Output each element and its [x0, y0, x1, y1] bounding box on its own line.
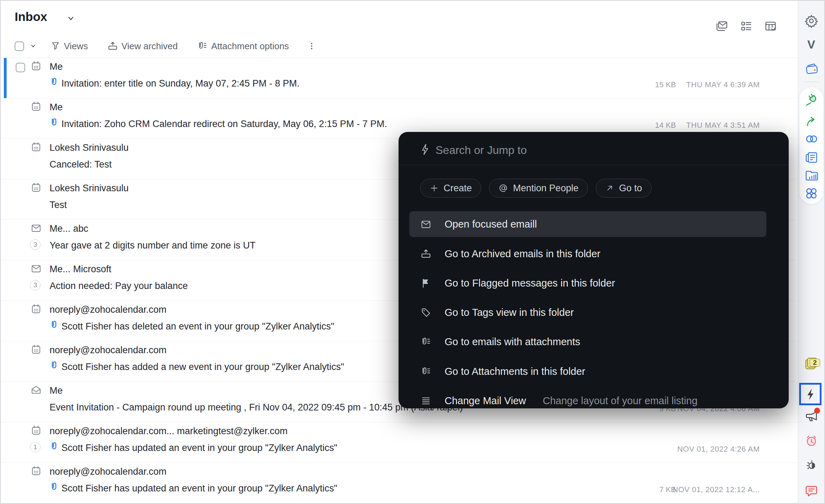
pill-label: Mention People — [513, 183, 579, 194]
envelope-icon — [31, 223, 42, 234]
sender: Lokesh Srinivasulu — [50, 142, 129, 153]
alarm-clock-icon[interactable] — [804, 433, 818, 447]
feedback-chat-icon[interactable] — [804, 484, 818, 498]
list-header-icons — [715, 20, 777, 33]
attachment-options-button[interactable]: Attachment options — [211, 41, 289, 52]
go-to-pill[interactable]: Go to — [596, 179, 652, 198]
palette-item-label: Go to emails with attachments — [445, 336, 580, 348]
search-command-palette: Search or Jump to CreateMention PeopleGo… — [399, 132, 789, 408]
tag-icon — [421, 307, 431, 318]
sender: noreply@zohocalendar.com — [50, 345, 166, 356]
subject: Action needed: Pay your balance — [50, 281, 188, 291]
mention-people-pill[interactable]: Mention People — [489, 179, 588, 198]
palette-item[interactable]: Change Mail ViewChange layout of your em… — [409, 388, 766, 408]
contact-card-icon[interactable] — [804, 150, 818, 164]
palette-item[interactable]: Open focused emaill — [409, 211, 766, 237]
palette-item[interactable]: Go to Flagged messages in this folder — [409, 270, 766, 296]
filter-funnel-icon — [51, 41, 60, 51]
archive-icon — [107, 41, 118, 51]
calendar-icon — [31, 142, 42, 153]
mail-size: 14 KB — [655, 121, 676, 130]
lightning-search-icon — [419, 143, 431, 156]
subject: Scott Fisher has updated an event in you… — [61, 483, 337, 494]
sender: noreply@zohocalendar.com — [50, 466, 166, 477]
palette-item[interactable]: Go to Archived emails in this folder — [409, 241, 766, 267]
sender: Lokesh Srinivasulu — [50, 183, 129, 194]
list-toolbar: Views View archived Attachment options — [15, 38, 316, 54]
palette-item-label: Go to Tags view in this folder — [445, 307, 574, 318]
sidebar-divider — [804, 82, 819, 82]
search-input[interactable]: Search or Jump to — [436, 144, 527, 157]
subject: Scott Fisher has deleted an event in you… — [61, 321, 334, 332]
folder-chart-icon[interactable] — [804, 168, 818, 182]
select-all-checkbox[interactable] — [15, 42, 24, 51]
pill-label: Go to — [619, 183, 642, 194]
mail-date: NOV 01, 2022 12:12 A... — [672, 485, 760, 494]
mail-date: THU MAY 4 6:39 AM — [686, 80, 760, 89]
calendar-icon — [31, 182, 42, 193]
palette-item-label: Go to Archived emails in this folder — [445, 248, 600, 260]
mail-preview-icon[interactable] — [715, 20, 728, 33]
folder-title[interactable]: Inbox — [15, 10, 47, 24]
list-view-icon[interactable] — [740, 20, 752, 33]
palette-item-label: Go to Attachments in this folder — [445, 366, 585, 377]
settings-gear-icon[interactable] — [804, 14, 818, 28]
subject: Invitation: enter title on Sunday, May 0… — [61, 78, 299, 89]
palette-item-label: Change Mail View — [445, 395, 526, 407]
subject: Canceled: Test — [50, 159, 112, 170]
sender: noreply@zohocalendar.com — [50, 304, 166, 315]
calendar-icon — [31, 61, 42, 72]
subject: Invitation: Zoho CRM Calendar redirect o… — [61, 119, 387, 129]
envelope-icon — [31, 263, 42, 274]
pill-label: Create — [444, 183, 472, 194]
clover-icon[interactable] — [804, 186, 818, 200]
paperclip-icon — [50, 360, 59, 371]
view-archived-button[interactable]: View archived — [121, 41, 178, 52]
zoho-mail-window: Inbox Views — [0, 0, 825, 504]
palette-item-label: Go to Flagged messages in this folder — [445, 277, 615, 289]
palette-divider — [399, 165, 789, 165]
contrast-toggle-icon[interactable] — [804, 459, 818, 473]
views-button[interactable]: Views — [64, 41, 88, 52]
attachment-options-icon — [197, 41, 208, 51]
mail-row[interactable]: MeInvitation: enter title on Sunday, May… — [1, 58, 799, 98]
attachment-list-icon — [421, 336, 431, 347]
sender: Me — [50, 385, 63, 396]
table-columns-check-icon[interactable] — [764, 20, 777, 33]
sender: Me — [50, 61, 63, 72]
create-pill[interactable]: Create — [420, 179, 481, 198]
zoho-v-icon[interactable]: V — [807, 38, 815, 51]
calendar-icon — [31, 101, 42, 112]
plus-icon — [430, 184, 439, 193]
palette-item[interactable]: Go to Attachments in this folder — [409, 358, 766, 384]
sender: noreply@zohocalendar.com... marketingtes… — [50, 426, 288, 437]
palette-item[interactable]: Go to Tags view in this folder — [409, 299, 766, 325]
thread-count-badge: 3 — [30, 239, 40, 250]
envelope-icon — [421, 219, 431, 230]
quick-actions-selection-box[interactable] — [799, 383, 822, 405]
calendar-icon — [31, 304, 42, 314]
paperclip-icon — [50, 320, 59, 330]
mail-row[interactable]: noreply@zohocalendar.comScott Fisher has… — [1, 463, 799, 503]
quick-actions-bolt-icon[interactable] — [804, 387, 817, 401]
plug-icon[interactable] — [804, 91, 819, 106]
calendar-icon — [31, 425, 42, 436]
goto-arrow-icon — [605, 184, 614, 193]
flow-arrow-icon[interactable] — [804, 114, 818, 128]
mail-row[interactable]: noreply@zohocalendar.com... marketingtes… — [1, 422, 799, 463]
chevron-down-icon[interactable] — [66, 14, 75, 23]
palette-item[interactable]: Go to emails with attachments — [409, 329, 766, 355]
more-options-kebab-icon[interactable] — [307, 42, 316, 51]
mail-date: NOV 01, 2022 4:26 AM — [677, 445, 760, 454]
attachment-list-icon — [421, 366, 431, 377]
row-checkbox[interactable] — [16, 63, 25, 72]
wallet-icon[interactable] — [804, 61, 818, 75]
calendar-icon — [31, 466, 42, 476]
notes-count-badge: 2 — [810, 359, 820, 366]
mail-date: THU MAY 4 3:51 AM — [686, 121, 760, 130]
paperclip-icon — [50, 441, 59, 452]
select-options-chevron-icon[interactable] — [30, 43, 37, 50]
subject: Scott Fisher has added a new event in yo… — [61, 362, 344, 372]
menu-lines-icon — [421, 395, 431, 406]
links-chain-icon[interactable] — [804, 132, 818, 146]
